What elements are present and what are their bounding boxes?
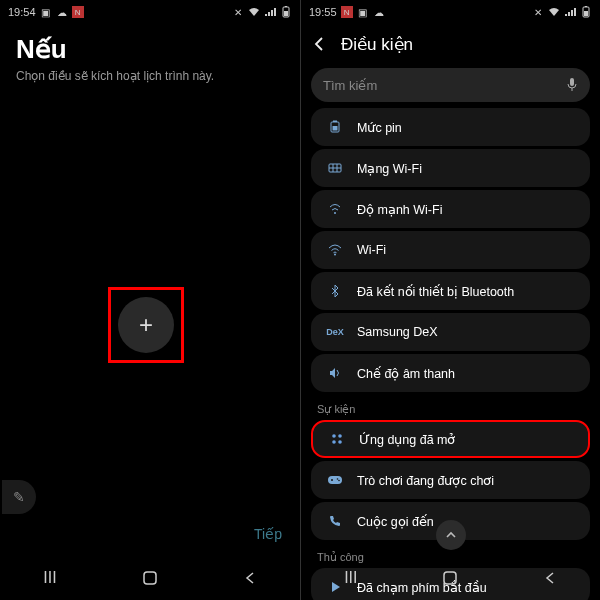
back-button[interactable] [311, 36, 327, 52]
svg-point-20 [338, 440, 342, 444]
svg-rect-2 [285, 6, 287, 7]
back-button[interactable] [232, 571, 268, 585]
condition-item-label: Chế độ âm thanh [357, 366, 455, 381]
wifi-grid-icon [323, 161, 347, 175]
wifi-signal-icon [323, 202, 347, 216]
svg-point-18 [338, 434, 342, 438]
section-event-label: Sự kiện [301, 395, 600, 420]
svg-rect-1 [284, 11, 288, 16]
dex-icon: DeX [323, 327, 347, 337]
cloud-icon: ☁ [373, 6, 385, 18]
back-icon [243, 571, 257, 585]
signal-icon [564, 6, 576, 18]
condition-item-bluetooth[interactable]: Đã kết nối thiết bị Bluetooth [311, 272, 590, 310]
wifi-icon [323, 243, 347, 257]
recents-button[interactable]: III [32, 569, 68, 587]
battery-icon [280, 6, 292, 18]
apps-icon [325, 432, 349, 446]
svg-rect-26 [444, 572, 456, 584]
scroll-top-button[interactable] [436, 520, 466, 550]
condition-item-label: Ứng dụng đã mở [359, 432, 456, 447]
notification-badge-icon: N [341, 6, 353, 18]
navigation-bar: III [301, 556, 600, 600]
game-icon [323, 474, 347, 486]
condition-item-wifi-signal[interactable]: Độ mạnh Wi-Fi [311, 190, 590, 228]
signal-icon [264, 6, 276, 18]
battery-icon [323, 120, 347, 134]
home-icon [141, 569, 159, 587]
condition-item-battery[interactable]: Mức pin [311, 108, 590, 146]
svg-rect-7 [570, 78, 574, 86]
condition-item-game[interactable]: Trò chơi đang được chơi [311, 461, 590, 499]
condition-item-label: Trò chơi đang được chơi [357, 473, 494, 488]
picture-icon: ▣ [40, 6, 52, 18]
pencil-icon: ✎ [13, 489, 25, 505]
condition-item-wifi[interactable]: Wi-Fi [311, 231, 590, 269]
phone-icon [323, 514, 347, 528]
svg-point-16 [334, 254, 336, 256]
home-button[interactable] [432, 569, 468, 587]
condition-item-label: Mức pin [357, 120, 402, 135]
svg-point-19 [332, 440, 336, 444]
status-time: 19:55 [309, 6, 337, 18]
svg-point-17 [332, 434, 336, 438]
chevron-up-icon [445, 529, 457, 541]
volume-icon [323, 366, 347, 380]
condition-item-volume[interactable]: Chế độ âm thanh [311, 354, 590, 392]
screen-condition: 19:55 N ▣ ☁ ✕ Điều kiện Tìm kiếm [300, 0, 600, 600]
svg-point-24 [337, 478, 339, 480]
page-subtitle: Chọn điều sẽ kích hoạt lịch trình này. [16, 69, 284, 83]
condition-list-main: Mức pinMạng Wi-FiĐộ mạnh Wi-FiWi-FiĐã kế… [301, 108, 600, 392]
recents-button[interactable]: III [333, 569, 369, 587]
recents-icon: III [344, 569, 357, 587]
wifi-icon [548, 6, 560, 18]
condition-item-label: Mạng Wi-Fi [357, 161, 422, 176]
svg-rect-9 [333, 121, 337, 123]
navigation-bar: III [0, 556, 300, 600]
vibrate-icon: ✕ [532, 6, 544, 18]
condition-item-label: Samsung DeX [357, 325, 438, 339]
home-button[interactable] [132, 569, 168, 587]
search-input[interactable]: Tìm kiếm [311, 68, 590, 102]
back-button[interactable] [532, 571, 568, 585]
status-bar: 19:55 N ▣ ☁ ✕ [301, 0, 600, 24]
search-placeholder: Tìm kiếm [323, 78, 566, 93]
screen-if: 19:54 ▣ ☁ N ✕ Nếu Chọn điều sẽ kích hoạt… [0, 0, 300, 600]
back-icon [543, 571, 557, 585]
picture-icon: ▣ [357, 6, 369, 18]
mic-icon[interactable] [566, 77, 578, 93]
vibrate-icon: ✕ [232, 6, 244, 18]
svg-rect-10 [333, 126, 338, 131]
condition-item-wifi-grid[interactable]: Mạng Wi-Fi [311, 149, 590, 187]
next-button[interactable]: Tiếp [254, 526, 282, 542]
condition-item-apps[interactable]: Ứng dụng đã mở [311, 420, 590, 458]
svg-point-15 [334, 212, 336, 214]
chevron-left-icon [311, 36, 327, 52]
battery-icon [580, 6, 592, 18]
recents-icon: III [43, 569, 56, 587]
condition-item-label: Wi-Fi [357, 243, 386, 257]
svg-rect-5 [584, 11, 588, 16]
page-title: Điều kiện [341, 34, 413, 55]
home-icon [441, 569, 459, 587]
condition-item-dex[interactable]: DeXSamsung DeX [311, 313, 590, 351]
edit-button[interactable]: ✎ [2, 480, 36, 514]
cloud-icon: ☁ [56, 6, 68, 18]
highlight-box [108, 287, 184, 363]
svg-rect-21 [328, 476, 342, 484]
condition-item-label: Đã kết nối thiết bị Bluetooth [357, 284, 514, 299]
page-title: Nếu [16, 34, 284, 65]
status-time: 19:54 [8, 6, 36, 18]
condition-item-label: Cuộc gọi đến [357, 514, 434, 529]
svg-point-25 [338, 480, 340, 482]
svg-rect-6 [585, 6, 587, 7]
status-bar: 19:54 ▣ ☁ N ✕ [0, 0, 300, 24]
wifi-icon [248, 6, 260, 18]
notification-badge-icon: N [72, 6, 84, 18]
condition-item-label: Độ mạnh Wi-Fi [357, 202, 442, 217]
bluetooth-icon [323, 284, 347, 298]
svg-rect-3 [144, 572, 156, 584]
